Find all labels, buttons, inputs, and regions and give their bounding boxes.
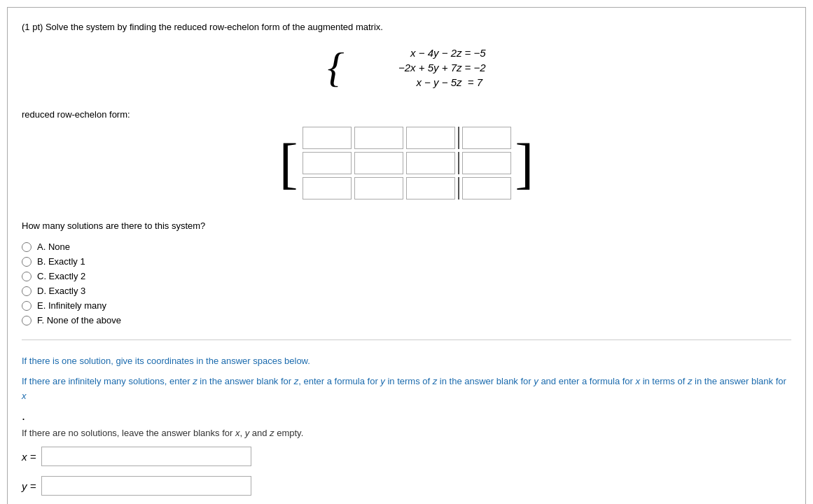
option-E[interactable]: E. Infinitely many xyxy=(22,300,791,311)
cell-r1c1[interactable] xyxy=(303,127,352,149)
matrix-separator-row1 xyxy=(458,127,459,149)
equation-1: x − 4y − 2z = −5 xyxy=(349,47,485,59)
matrix-area: [ ] xyxy=(22,127,791,200)
problem-header: (1 pt) Solve the system by finding the r… xyxy=(22,22,791,32)
instruction-2-mid6: in terms of xyxy=(640,376,688,386)
radio-D[interactable] xyxy=(22,286,32,296)
cell-r1c2[interactable] xyxy=(354,127,403,149)
eq2-lhs: −2x + 5y + 7z xyxy=(349,62,461,74)
cell-r2c3[interactable] xyxy=(406,152,455,174)
instruction-line-1: If there is one solution, give its coord… xyxy=(22,354,791,369)
radio-F[interactable] xyxy=(22,316,32,326)
radio-C[interactable] xyxy=(22,272,32,281)
header-text: (1 pt) Solve the system by finding the r… xyxy=(22,22,383,32)
instruction-2-mid7: in the answer blank for xyxy=(692,376,786,386)
option-A[interactable]: A. None xyxy=(22,241,791,252)
instruction-2-mid5: and enter a formula for xyxy=(538,376,636,386)
instruction-3-text: If there are no solutions, leave the ans… xyxy=(22,428,235,438)
instruction-line-2: If there are infinitely many solutions, … xyxy=(22,374,791,404)
section-divider xyxy=(22,340,791,340)
instruction-2-part1: If there are infinitely many solutions, … xyxy=(22,376,193,386)
cell-r2c2[interactable] xyxy=(354,152,403,174)
option-F-label: F. None of the above xyxy=(37,315,121,326)
option-C[interactable]: C. Exactly 2 xyxy=(22,271,791,281)
matrix-right-bracket: ] xyxy=(515,135,534,191)
matrix-left-bracket: [ xyxy=(279,135,298,191)
instruction-2-x2: x xyxy=(22,391,27,401)
instruction-2-mid3: in terms of xyxy=(385,376,433,386)
instruction-3-and: and xyxy=(249,428,270,438)
cell-r2c4[interactable] xyxy=(462,152,511,174)
cell-r2c1[interactable] xyxy=(303,152,352,174)
equation-system: { x − 4y − 2z = −5 −2x + 5y + 7z = −2 x … xyxy=(22,46,791,88)
cell-r1c3[interactable] xyxy=(406,127,455,149)
x-input[interactable] xyxy=(41,447,251,466)
y-answer-row: y = xyxy=(22,476,791,496)
instruction-2-mid1: in the answer blank for xyxy=(197,376,294,386)
eq2-eq: = −2 xyxy=(464,62,485,74)
eq3-lhs: x − y − 5z xyxy=(349,76,461,88)
cell-r3c3[interactable] xyxy=(406,177,455,200)
problem-container: (1 pt) Solve the system by finding the r… xyxy=(7,7,806,504)
option-E-label: E. Infinitely many xyxy=(37,300,106,311)
equation-2: −2x + 5y + 7z = −2 xyxy=(349,62,485,74)
matrix-inner xyxy=(303,127,511,200)
equation-3: x − y − 5z = 7 xyxy=(349,76,485,88)
cell-r3c2[interactable] xyxy=(354,177,403,200)
matrix-row-1 xyxy=(303,127,511,149)
x-label: x = xyxy=(22,451,36,463)
option-F[interactable]: F. None of the above xyxy=(22,315,791,326)
eq1-eq: = −5 xyxy=(464,47,485,59)
matrix-row-3 xyxy=(303,177,511,200)
instruction-line-3: If there are no solutions, leave the ans… xyxy=(22,426,791,441)
cell-r3c4[interactable] xyxy=(462,177,511,200)
y-label: y = xyxy=(22,480,36,492)
instruction-3-end: empty. xyxy=(275,428,304,438)
option-A-label: A. None xyxy=(37,241,70,252)
option-B-label: B. Exactly 1 xyxy=(37,256,85,267)
radio-B[interactable] xyxy=(22,257,32,267)
radio-A[interactable] xyxy=(22,242,32,252)
radio-E[interactable] xyxy=(22,301,32,311)
option-D-label: D. Exactly 3 xyxy=(37,286,85,296)
instruction-2-mid4: in the answer blank for xyxy=(437,376,534,386)
instruction-3-comma: , xyxy=(239,428,244,438)
instruction-1-text: If there is one solution, give its coord… xyxy=(22,356,310,366)
open-brace: { xyxy=(327,46,344,88)
x-answer-row: x = xyxy=(22,447,791,466)
dot-separator: . xyxy=(22,409,791,424)
y-input[interactable] xyxy=(41,476,251,496)
equations-list: x − 4y − 2z = −5 −2x + 5y + 7z = −2 x − … xyxy=(349,47,485,88)
matrix-separator-row3 xyxy=(458,177,459,200)
rref-label: reduced row-echelon form: xyxy=(22,109,791,120)
cell-r3c1[interactable] xyxy=(303,177,352,200)
eq3-eq: = 7 xyxy=(464,76,485,88)
instruction-2-mid2: , enter a formula for xyxy=(298,376,380,386)
cell-r1c4[interactable] xyxy=(462,127,511,149)
matrix-separator-row2 xyxy=(458,152,459,174)
eq1-lhs: x − 4y − 2z xyxy=(349,47,461,59)
solutions-question: How many solutions are there to this sys… xyxy=(22,220,791,231)
option-C-label: C. Exactly 2 xyxy=(37,271,85,281)
matrix-row-2 xyxy=(303,152,511,174)
option-D[interactable]: D. Exactly 3 xyxy=(22,286,791,296)
option-B[interactable]: B. Exactly 1 xyxy=(22,256,791,267)
